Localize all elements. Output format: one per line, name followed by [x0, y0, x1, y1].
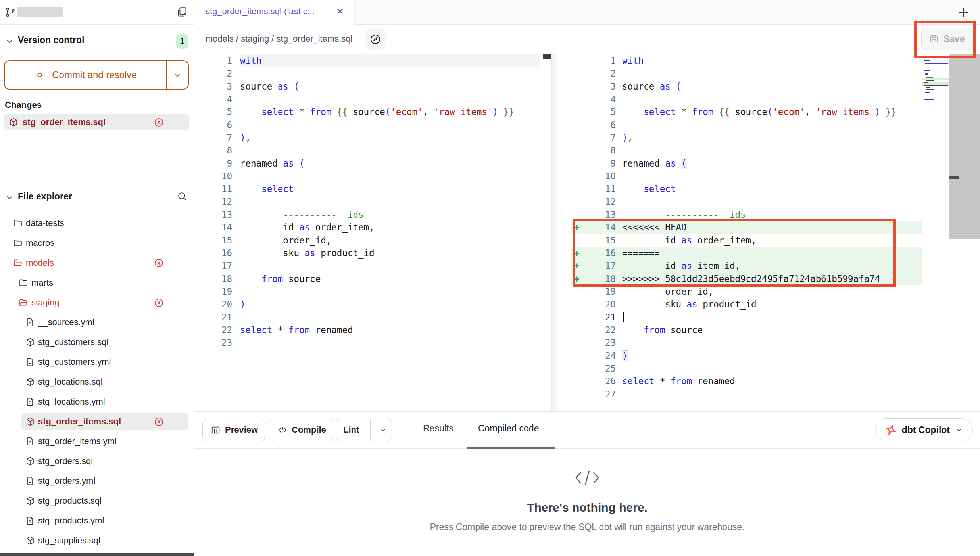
commit-options-dropdown[interactable] — [166, 61, 188, 89]
code-line[interactable]: 8 — [552, 144, 922, 157]
tree-item-stg_locations.sql[interactable]: stg_locations.sql — [0, 372, 194, 392]
code-line[interactable]: 1with — [194, 54, 540, 67]
code-line[interactable]: 23 — [552, 336, 922, 349]
tree-item-stg_locations.yml[interactable]: stg_locations.yml — [0, 392, 194, 412]
tree-item-models[interactable]: models — [0, 253, 194, 273]
code-line[interactable]: 22select * from renamed — [194, 324, 540, 336]
code-line[interactable]: 19 order_id, — [552, 285, 922, 298]
commit-and-resolve-main[interactable]: Commit and resolve — [5, 61, 166, 89]
tree-item-stg_customers.yml[interactable]: stg_customers.yml — [0, 352, 194, 372]
tree-item-stg_supplies.sql[interactable]: stg_supplies.sql — [0, 531, 194, 550]
code-line[interactable]: 11 select — [552, 182, 922, 195]
code-line[interactable]: 7), — [194, 131, 540, 144]
editor-left-pane[interactable]: 1with23source as (45 select * from {{ so… — [194, 54, 540, 411]
tree-item-marts[interactable]: marts — [0, 273, 194, 293]
code-line[interactable]: 24) — [552, 349, 922, 362]
sidebar-bottom-scrollbar[interactable] — [0, 553, 194, 556]
tree-item-stg_orders.sql[interactable]: stg_orders.sql — [0, 451, 194, 471]
code-line[interactable]: +17 id as item_id, — [552, 259, 922, 272]
preview-button[interactable]: Preview — [202, 419, 266, 441]
code-line[interactable]: 1with — [552, 54, 922, 67]
code-line[interactable]: 9renamed as ( — [194, 157, 540, 170]
tab-close-icon[interactable]: ✕ — [336, 6, 344, 17]
lint-label[interactable]: Lint — [336, 419, 365, 441]
code-line[interactable]: 18 from source — [194, 272, 540, 285]
tree-item-stg_order_items.sql[interactable]: stg_order_items.sql — [0, 412, 194, 431]
code-line[interactable]: 13 ---------- ids — [194, 208, 540, 221]
compile-button[interactable]: Compile — [269, 419, 334, 441]
tree-item-stg_customers.sql[interactable]: stg_customers.sql — [0, 332, 194, 352]
code-line[interactable]: +16======= — [552, 247, 922, 259]
tree-item-data-tests[interactable]: data-tests — [0, 213, 194, 233]
code-line[interactable]: 8 — [194, 144, 540, 157]
code-line[interactable]: 6 — [552, 119, 922, 131]
search-icon[interactable] — [177, 191, 188, 202]
code-line[interactable]: 19 — [194, 285, 540, 298]
lineage-compass-button[interactable] — [365, 29, 386, 50]
code-line[interactable]: 9renamed as ( — [552, 157, 922, 170]
tree-item-macros[interactable]: macros — [0, 233, 194, 253]
code-line[interactable]: 23 — [194, 336, 540, 349]
code-line[interactable]: 15 id as order_item, — [552, 234, 922, 247]
left-editor-scrollbar-thumb[interactable] — [543, 54, 551, 59]
right-editor-scrollbar-thumb[interactable] — [949, 176, 959, 179]
tree-item-stg_products.yml[interactable]: stg_products.yml — [0, 511, 194, 531]
tree-item-staging[interactable]: staging — [0, 293, 194, 313]
code-line[interactable]: 12 — [194, 196, 540, 208]
code-line[interactable]: 16 sku as product_id — [194, 247, 540, 259]
version-control-collapse-icon[interactable] — [5, 37, 14, 46]
code-line[interactable]: 4 — [194, 93, 540, 105]
save-button[interactable]: Save — [921, 28, 972, 50]
right-editor-scrollbar[interactable] — [949, 54, 959, 239]
left-editor-scrollbar[interactable] — [542, 54, 552, 411]
tab-results[interactable]: Results — [423, 423, 453, 434]
code-line[interactable]: 22 from source — [552, 324, 922, 336]
file-explorer-collapse-icon[interactable] — [5, 193, 14, 202]
code-line[interactable]: 20 sku as product_id — [552, 298, 922, 311]
code-line[interactable]: 20) — [194, 298, 540, 311]
code-line[interactable]: 7), — [552, 131, 922, 144]
tree-item-stg_orders.yml[interactable]: stg_orders.yml — [0, 471, 194, 491]
tree-item-__sources.yml[interactable]: __sources.yml — [0, 313, 194, 332]
change-item[interactable]: stg_order_items.sql — [4, 114, 189, 130]
discard-change-icon[interactable] — [154, 298, 164, 308]
minimap[interactable] — [922, 54, 949, 411]
discard-change-icon[interactable] — [154, 258, 164, 268]
code-line[interactable]: 5 select * from {{ source('ecom', 'raw_i… — [194, 105, 540, 118]
code-line[interactable]: 21 — [552, 311, 922, 324]
code-line[interactable]: 13 ---------- ids — [552, 208, 922, 221]
code-line[interactable]: 15 order_id, — [194, 234, 540, 247]
code-line[interactable]: +18>>>>>>> 58c1dd23d5eebd9cd2495fa7124ab… — [552, 272, 922, 285]
lint-split-button[interactable]: Lint — [336, 419, 392, 441]
code-line[interactable]: 12 — [552, 196, 922, 208]
code-line[interactable]: 27 — [552, 388, 922, 401]
code-line[interactable]: 2 — [194, 67, 540, 80]
tree-item-stg_order_items.yml[interactable]: stg_order_items.yml — [0, 431, 194, 451]
code-line[interactable]: 10 — [552, 170, 922, 182]
code-line[interactable]: 2 — [552, 67, 922, 80]
code-line[interactable]: 5 select * from {{ source('ecom', 'raw_i… — [552, 105, 922, 118]
code-line[interactable]: 3source as ( — [552, 80, 922, 93]
code-line[interactable]: 26select * from renamed — [552, 375, 922, 387]
code-line[interactable]: 14 id as order_item, — [194, 221, 540, 234]
code-line[interactable]: 11 select — [194, 182, 540, 195]
editor-right-pane[interactable]: 1with23source as (45 select * from {{ so… — [552, 54, 922, 411]
discard-change-icon[interactable] — [154, 117, 164, 127]
code-line[interactable]: 21 — [194, 311, 540, 324]
tree-item-stg_products.sql[interactable]: stg_products.sql — [0, 491, 194, 511]
code-line[interactable]: 4 — [552, 93, 922, 105]
dbt-copilot-button[interactable]: dbt Copilot — [875, 418, 973, 441]
code-line[interactable]: 3source as ( — [194, 80, 540, 93]
code-line[interactable]: 17 — [194, 259, 540, 272]
code-line[interactable]: 10 — [194, 170, 540, 182]
tab-stg-order-items[interactable]: stg_order_items.sql (last c... ✕ — [194, 0, 355, 25]
overview-ruler[interactable] — [959, 54, 980, 239]
tab-compiled-code[interactable]: Compiled code — [478, 423, 539, 434]
discard-change-icon[interactable] — [154, 417, 164, 427]
new-tab-icon[interactable] — [957, 6, 970, 19]
copy-icon[interactable] — [176, 6, 187, 17]
commit-and-resolve-button[interactable]: Commit and resolve — [4, 60, 189, 90]
code-line[interactable]: +14<<<<<<< HEAD — [552, 221, 922, 234]
lint-dropdown-icon[interactable] — [375, 426, 392, 434]
code-line[interactable]: 6 — [194, 119, 540, 131]
